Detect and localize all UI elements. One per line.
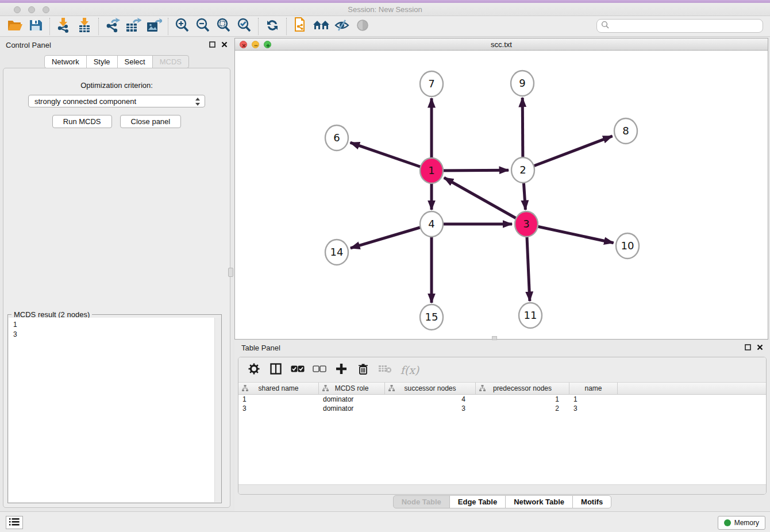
hierarchy-icon <box>242 385 248 393</box>
edge-3-1 <box>444 178 526 224</box>
new-network-from-selection-button[interactable] <box>290 17 311 36</box>
graph-node-1[interactable]: 1 <box>420 158 443 183</box>
titlebar[interactable]: Session: New Session <box>0 3 770 16</box>
toolbar-separator <box>258 18 259 35</box>
hierarchy-icon <box>322 385 329 393</box>
column-header-MCDS-role[interactable]: MCDS role <box>319 383 385 394</box>
graph-node-9[interactable]: 9 <box>511 71 534 96</box>
show-all-button[interactable] <box>352 17 373 36</box>
column-header-predecessor-nodes[interactable]: predecessor nodes <box>476 383 569 394</box>
column-header-shared-name[interactable]: shared name <box>238 383 319 394</box>
graph-node-7[interactable]: 7 <box>420 71 443 97</box>
mcds-result-list[interactable]: 13 <box>9 318 221 502</box>
zoom-selected-button[interactable] <box>234 17 255 36</box>
table-toolbar: f(x) <box>238 357 766 383</box>
deselect-columns-button[interactable] <box>310 360 329 380</box>
zoom-in-button[interactable] <box>172 17 192 36</box>
graph-node-2[interactable]: 2 <box>511 157 534 183</box>
split-panel-button[interactable] <box>266 360 286 380</box>
close-panel-button[interactable]: Close panel <box>120 115 182 128</box>
gear-icon <box>248 363 260 376</box>
table-hscrollbar-track[interactable] <box>238 484 766 494</box>
memory-label: Memory <box>734 519 759 527</box>
search-input[interactable] <box>610 21 763 31</box>
svg-text:14: 14 <box>330 246 344 258</box>
import-network-button[interactable] <box>53 17 74 36</box>
zoom-out-button[interactable] <box>192 17 213 36</box>
table-panel-title: Table Panel <box>241 344 745 352</box>
svg-text:2: 2 <box>519 164 526 176</box>
clone-network-icon <box>293 17 308 35</box>
import-table-button[interactable] <box>74 17 95 36</box>
table-row[interactable]: 1dominator411 <box>238 395 766 404</box>
create-column-button[interactable] <box>332 360 351 380</box>
eye-disabled-icon <box>356 18 369 34</box>
result-scrollbar[interactable] <box>214 318 221 502</box>
close-table-panel-icon[interactable] <box>757 342 763 353</box>
network-window-titlebar[interactable]: scc.txt <box>235 38 768 51</box>
svg-text:10: 10 <box>621 240 634 252</box>
graph-node-6[interactable]: 6 <box>325 125 348 151</box>
delete-table-button[interactable] <box>375 360 395 380</box>
export-network-button[interactable] <box>102 17 123 36</box>
zoom-fit-button[interactable] <box>213 17 234 36</box>
graph-node-14[interactable]: 14 <box>325 240 348 265</box>
tab-mcds[interactable]: MCDS <box>152 55 189 68</box>
task-history-button[interactable] <box>6 516 23 529</box>
memory-button[interactable]: Memory <box>718 516 765 530</box>
table-panel-tabs: Node Table Edge Table Network Table Moti… <box>234 495 770 508</box>
svg-text:3: 3 <box>523 218 529 230</box>
vertical-splitter-grip[interactable] <box>228 268 233 277</box>
export-network-icon <box>105 18 120 34</box>
hide-selected-button[interactable] <box>332 17 352 36</box>
function-builder-button[interactable]: f(x) <box>397 360 422 380</box>
table-settings-button[interactable] <box>244 360 264 380</box>
neighbors-button[interactable] <box>311 17 332 36</box>
close-panel-icon[interactable] <box>221 40 228 50</box>
graph-node-4[interactable]: 4 <box>420 211 443 237</box>
network-canvas[interactable]: 7 9 6 8 1 2 4 3 14 10 15 11 <box>235 51 768 339</box>
graph-node-3[interactable]: 3 <box>515 211 538 237</box>
graph-node-10[interactable]: 10 <box>616 233 639 259</box>
svg-text:6: 6 <box>333 132 340 144</box>
svg-text:1: 1 <box>428 164 434 176</box>
export-image-button[interactable] <box>144 17 164 36</box>
graph-node-11[interactable]: 11 <box>519 303 542 328</box>
edge-3-10 <box>526 224 614 243</box>
save-session-button[interactable] <box>25 17 46 36</box>
horizontal-splitter-grip[interactable] <box>492 336 497 340</box>
tab-edge-table[interactable]: Edge Table <box>449 495 506 508</box>
svg-text:15: 15 <box>425 311 438 323</box>
checked-boxes-icon <box>291 365 305 374</box>
run-mcds-button[interactable]: Run MCDS <box>52 115 112 128</box>
apply-layout-button[interactable] <box>262 17 283 36</box>
tab-network-table[interactable]: Network Table <box>505 495 573 508</box>
svg-text:11: 11 <box>524 309 537 321</box>
open-session-button[interactable] <box>5 17 25 36</box>
graph-node-15[interactable]: 15 <box>420 304 443 330</box>
float-panel-icon[interactable] <box>209 40 215 50</box>
unchecked-boxes-icon <box>313 365 326 374</box>
tab-style[interactable]: Style <box>86 55 118 68</box>
graph-node-8[interactable]: 8 <box>614 118 637 144</box>
selected-option-label: strongly connected component <box>34 97 136 106</box>
search-box[interactable] <box>596 19 763 33</box>
status-bar: Memory <box>0 511 770 532</box>
delete-columns-button[interactable] <box>353 360 373 380</box>
column-header-successor-nodes[interactable]: successor nodes <box>385 383 476 394</box>
float-table-panel-icon[interactable] <box>745 342 751 353</box>
toolbar-separator <box>286 18 287 35</box>
column-header-name[interactable]: name <box>569 383 618 394</box>
tab-node-table[interactable]: Node Table <box>393 495 450 508</box>
zoom-fit-icon <box>216 18 231 34</box>
search-icon <box>601 21 610 32</box>
main-toolbar <box>0 16 770 37</box>
select-all-columns-button[interactable] <box>288 360 307 380</box>
tab-motifs[interactable]: Motifs <box>572 495 611 508</box>
table-row[interactable]: 3dominator323 <box>238 404 766 413</box>
export-table-button[interactable] <box>123 17 144 36</box>
toolbar-separator <box>168 18 168 35</box>
optimization-criterion-select[interactable]: strongly connected component <box>28 95 205 107</box>
tab-network[interactable]: Network <box>44 55 87 68</box>
tab-select[interactable]: Select <box>117 55 153 68</box>
